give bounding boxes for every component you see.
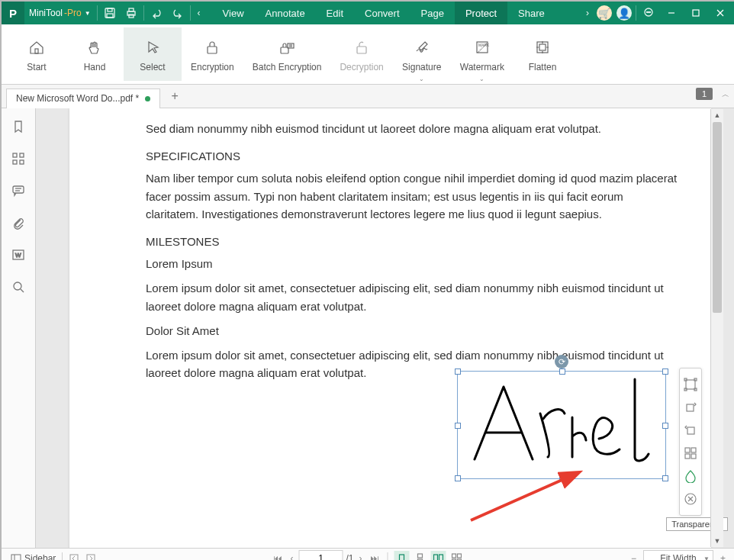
menu-page[interactable]: Page bbox=[410, 2, 455, 24]
svg-rect-20 bbox=[357, 47, 366, 53]
menu-edit[interactable]: Edit bbox=[316, 2, 354, 24]
separator bbox=[190, 5, 191, 21]
cart-icon[interactable]: 🛒 bbox=[597, 5, 612, 21]
svg-line-35 bbox=[21, 289, 24, 292]
search-icon[interactable] bbox=[9, 278, 27, 296]
menu-annotate[interactable]: Annotate bbox=[255, 2, 316, 24]
signature-drawing bbox=[458, 372, 665, 478]
chat-icon[interactable] bbox=[638, 2, 659, 24]
first-page-icon[interactable]: ⏮ bbox=[271, 553, 285, 560]
rib-signature[interactable]: Signature ⌄ bbox=[393, 27, 451, 81]
menu-view[interactable]: View bbox=[212, 2, 255, 24]
prev-scroll[interactable] bbox=[66, 553, 82, 560]
svg-rect-43 bbox=[687, 427, 694, 434]
svg-rect-29 bbox=[13, 186, 24, 193]
app-brand[interactable]: MiniTool-Pro ▼ bbox=[24, 8, 95, 18]
print-icon[interactable] bbox=[121, 2, 142, 24]
rib-batch-encryption[interactable]: Batch Encryption bbox=[243, 27, 331, 81]
scroll-down-icon[interactable]: ▼ bbox=[711, 535, 723, 547]
page-input[interactable] bbox=[298, 550, 343, 560]
brand-name: MiniTool bbox=[29, 8, 63, 18]
transparency-icon[interactable] bbox=[680, 465, 701, 488]
svg-rect-26 bbox=[20, 153, 24, 157]
separator bbox=[388, 552, 388, 560]
status-bar: Sidebar ⏮ ‹ /1 › ⏭ − Fit Width ▼ + bbox=[2, 548, 734, 560]
menu-protect[interactable]: Protect bbox=[455, 2, 507, 24]
rotate-right-icon[interactable] bbox=[680, 396, 701, 419]
svg-point-8 bbox=[649, 12, 649, 13]
last-page-icon[interactable]: ⏭ bbox=[368, 553, 381, 560]
view-single-icon[interactable] bbox=[394, 551, 410, 560]
next-page-icon[interactable]: › bbox=[357, 553, 365, 560]
document-viewport[interactable]: Sed diam nonummy nibh euismod tincidunt … bbox=[36, 108, 734, 548]
zoom-in-icon[interactable]: + bbox=[718, 553, 728, 560]
svg-rect-25 bbox=[13, 153, 17, 157]
rib-select[interactable]: Select bbox=[124, 27, 182, 81]
rib-hand[interactable]: Hand bbox=[66, 27, 124, 81]
document-tab[interactable]: New Microsoft Word Do...pdf * bbox=[6, 89, 160, 108]
new-tab-button[interactable]: + bbox=[166, 88, 183, 105]
menu-convert[interactable]: Convert bbox=[354, 2, 410, 24]
svg-rect-37 bbox=[686, 380, 695, 389]
zoom-out-icon[interactable]: − bbox=[629, 553, 639, 560]
home-icon bbox=[28, 36, 45, 59]
scroll-up-icon[interactable]: ▲ bbox=[711, 109, 723, 121]
minimize-button[interactable] bbox=[659, 2, 684, 24]
view-two-page-icon[interactable] bbox=[431, 551, 446, 560]
rib-start[interactable]: Start bbox=[8, 27, 66, 81]
delete-icon[interactable] bbox=[680, 488, 701, 510]
next-scroll[interactable] bbox=[82, 553, 99, 560]
thumbnails-icon[interactable] bbox=[9, 150, 27, 168]
zoom-controls: − Fit Width ▼ + bbox=[629, 550, 728, 560]
separator bbox=[636, 5, 636, 21]
bounding-box-icon[interactable] bbox=[680, 373, 701, 396]
collapse-icon[interactable]: ︿ bbox=[722, 89, 729, 100]
signature-box[interactable]: ⟳ bbox=[457, 371, 666, 479]
rib-flatten[interactable]: Flatten bbox=[513, 27, 571, 81]
rotate-handle[interactable]: ⟳ bbox=[555, 355, 568, 369]
svg-rect-11 bbox=[693, 10, 699, 16]
chevron-left-icon[interactable]: ‹ bbox=[192, 8, 206, 18]
rib-watermark[interactable]: MARK Watermark ⌄ bbox=[451, 27, 513, 81]
svg-rect-42 bbox=[687, 404, 694, 411]
heading: MILESTONES bbox=[146, 235, 678, 248]
user-icon[interactable]: 👤 bbox=[616, 5, 632, 21]
svg-rect-5 bbox=[129, 14, 134, 18]
body-text: Lorem Ipsum bbox=[146, 255, 678, 272]
rib-encryption[interactable]: Encryption bbox=[182, 27, 243, 81]
apply-all-icon[interactable] bbox=[680, 442, 701, 465]
attachment-icon[interactable] bbox=[9, 214, 27, 232]
menu-tabs: View Annotate Edit Convert Page Protect … bbox=[212, 2, 555, 24]
svg-rect-44 bbox=[685, 448, 690, 452]
svg-rect-60 bbox=[452, 554, 456, 558]
zoom-select[interactable]: Fit Width ▼ bbox=[643, 550, 713, 560]
bookmark-icon[interactable] bbox=[9, 117, 27, 136]
view-continuous-icon[interactable] bbox=[413, 551, 428, 560]
svg-point-7 bbox=[647, 12, 648, 13]
prev-page-icon[interactable]: ‹ bbox=[288, 553, 295, 560]
svg-point-9 bbox=[650, 12, 651, 13]
save-icon[interactable] bbox=[99, 2, 121, 24]
close-button[interactable] bbox=[708, 2, 732, 24]
scroll-thumb[interactable] bbox=[713, 122, 722, 313]
comments-icon[interactable] bbox=[9, 182, 27, 200]
left-sidebar: W bbox=[2, 108, 36, 548]
sidebar-toggle[interactable]: Sidebar bbox=[8, 553, 59, 560]
separator bbox=[62, 552, 63, 560]
chevron-right-icon[interactable]: › bbox=[581, 8, 594, 18]
svg-rect-24 bbox=[539, 44, 546, 50]
svg-text:W: W bbox=[15, 252, 21, 259]
menu-share[interactable]: Share bbox=[507, 2, 555, 24]
word-export-icon[interactable]: W bbox=[9, 246, 27, 264]
redo-icon[interactable] bbox=[167, 2, 188, 24]
maximize-button[interactable] bbox=[684, 2, 708, 24]
undo-icon[interactable] bbox=[146, 2, 167, 24]
vertical-scrollbar[interactable]: ▲ ▼ bbox=[710, 109, 723, 547]
body-text: Sed diam nonummy nibh euismod tincidunt … bbox=[146, 120, 678, 137]
svg-rect-59 bbox=[439, 555, 443, 560]
rotate-left-icon[interactable] bbox=[680, 419, 701, 442]
view-grid-icon[interactable] bbox=[449, 551, 465, 560]
page-paper: Sed diam nonummy nibh euismod tincidunt … bbox=[69, 108, 711, 548]
hand-icon bbox=[86, 36, 103, 59]
svg-rect-45 bbox=[691, 448, 696, 452]
